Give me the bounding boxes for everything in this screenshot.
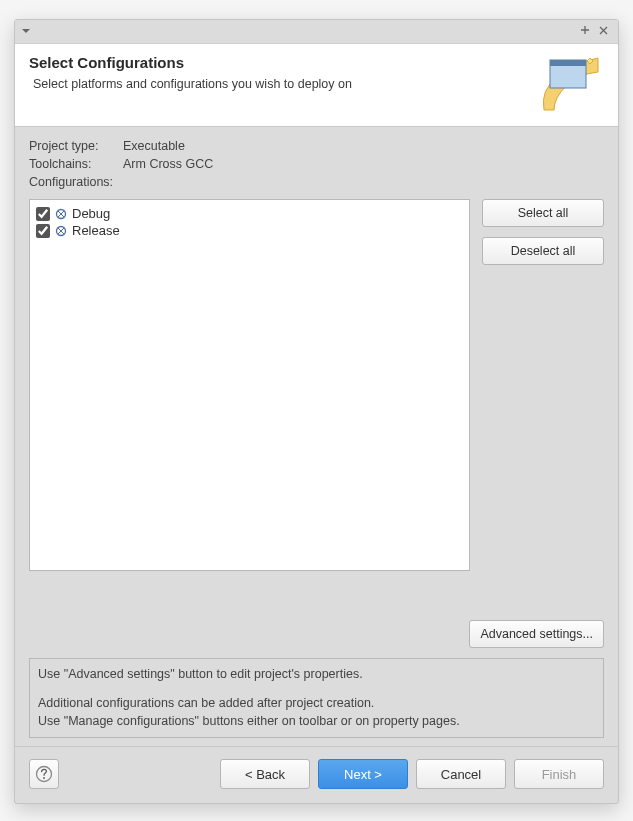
hint-box: Use "Advanced settings" button to edit p… — [29, 658, 604, 739]
dialog-window: Select Configurations Select platforms a… — [14, 19, 619, 804]
project-info: Project type: Executable Toolchains: Arm… — [29, 139, 604, 189]
config-icon — [54, 207, 68, 221]
wizard-body: Project type: Executable Toolchains: Arm… — [15, 127, 618, 746]
finish-button: Finish — [514, 759, 604, 789]
config-checkbox-debug[interactable] — [36, 207, 50, 221]
advanced-settings-button[interactable]: Advanced settings... — [469, 620, 604, 648]
config-label: Debug — [72, 206, 110, 221]
svg-point-5 — [43, 777, 45, 779]
next-button[interactable]: Next > — [318, 759, 408, 789]
wizard-footer: < Back Next > Cancel Finish — [15, 746, 618, 803]
hint-line: Use "Advanced settings" button to edit p… — [38, 666, 595, 684]
config-item-debug[interactable]: Debug — [36, 205, 463, 222]
deselect-all-button[interactable]: Deselect all — [482, 237, 604, 265]
hint-line: Additional configurations can be added a… — [38, 696, 374, 710]
page-subtitle: Select platforms and configurations you … — [29, 77, 530, 91]
project-type-label: Project type: — [29, 139, 123, 153]
wizard-banner-icon — [538, 54, 604, 112]
config-item-release[interactable]: Release — [36, 222, 463, 239]
config-checkbox-release[interactable] — [36, 224, 50, 238]
cancel-button[interactable]: Cancel — [416, 759, 506, 789]
page-title: Select Configurations — [29, 54, 530, 71]
titlebar — [15, 20, 618, 44]
back-button[interactable]: < Back — [220, 759, 310, 789]
help-icon — [35, 765, 53, 783]
select-all-button[interactable]: Select all — [482, 199, 604, 227]
config-label: Release — [72, 223, 120, 238]
wizard-header: Select Configurations Select platforms a… — [15, 44, 618, 127]
svg-rect-1 — [550, 60, 586, 66]
toolchains-label: Toolchains: — [29, 157, 123, 171]
config-icon — [54, 224, 68, 238]
configurations-label: Configurations: — [29, 175, 123, 189]
toolchains-value: Arm Cross GCC — [123, 157, 604, 171]
project-type-value: Executable — [123, 139, 604, 153]
help-button[interactable] — [29, 759, 59, 789]
window-menu-icon[interactable] — [21, 24, 31, 39]
close-icon[interactable] — [594, 24, 612, 39]
new-window-icon[interactable] — [576, 24, 594, 39]
configurations-list[interactable]: Debug Release — [29, 199, 470, 571]
hint-line: Use "Manage configurations" buttons eith… — [38, 714, 460, 728]
